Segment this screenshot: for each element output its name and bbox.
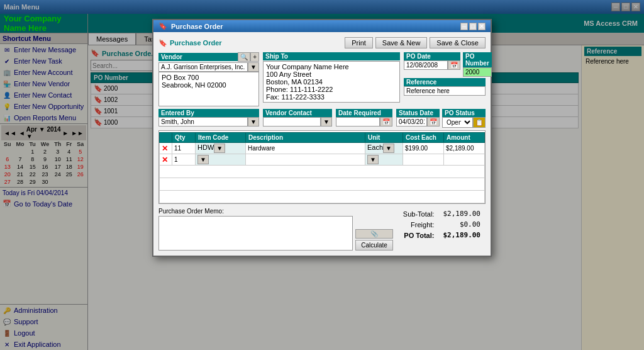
po-total-value: $2,189.00 <box>439 230 484 240</box>
modal-minimize-button[interactable]: ─ <box>460 23 468 30</box>
po-number-input[interactable] <box>463 67 492 77</box>
status-date-calendar-button[interactable]: 📅 <box>427 117 440 127</box>
col-cost-each: Cost Each <box>403 133 444 143</box>
item-amount-cell-2 <box>444 154 485 166</box>
freight-label: Freight: <box>399 220 438 229</box>
entered-by-input[interactable] <box>158 117 248 127</box>
bottom-section: Purchase Order Memo: 📎 Calculate Sub-Tot… <box>158 208 486 251</box>
purchase-order-modal: 🔖 Purchase Order ─ □ ✕ 🔖 Purchase Order … <box>152 19 492 257</box>
item-qty-input-2[interactable] <box>174 156 193 163</box>
print-button[interactable]: Print <box>345 37 373 48</box>
item-row-empty <box>160 166 485 178</box>
vendor-label: Vendor <box>158 53 238 61</box>
vendor-dropdown-button[interactable]: ▼ <box>248 62 259 72</box>
item-delete-button-1[interactable]: ✕ <box>162 144 168 153</box>
modal-title-label: Purchase Order <box>170 39 222 47</box>
modal-close-button[interactable]: ✕ <box>478 23 486 30</box>
freight-row: Freight: $0.00 <box>399 220 484 229</box>
po-date-row: 📅 <box>404 60 460 70</box>
vendor-section: Vendor 🔍 + ▼ PO Box 700 Seabrook, NH 020… <box>158 52 259 106</box>
memo-buttons: 📎 Calculate <box>355 229 393 251</box>
date-required-label: Date Required <box>336 109 392 117</box>
item-amount-cell-1: $2,189.00 <box>444 143 485 154</box>
shipto-fax: Fax: 111-222-3333 <box>266 93 397 101</box>
memo-label: Purchase Order Memo: <box>158 208 393 215</box>
po-date-input[interactable] <box>404 60 448 70</box>
vendor-contact-row: ▼ <box>263 117 332 127</box>
po-status-row: Open Closed 📋 <box>442 117 486 128</box>
reference-input[interactable] <box>404 86 486 96</box>
item-code-row-1: HDW ▼ <box>197 144 243 153</box>
vendor-contact-section: Vendor Contact ▼ <box>263 109 332 128</box>
modal-buttons: Print Save & New Save & Close <box>345 37 486 48</box>
col-item-code: Item Code <box>196 133 246 143</box>
status-section: Status Date 📅 PO Status Open Closed <box>396 109 486 128</box>
item-qty-input-1[interactable] <box>174 145 193 152</box>
status-date-input[interactable] <box>396 117 427 127</box>
vendor-contact-input[interactable] <box>263 117 321 127</box>
memo-section: Purchase Order Memo: 📎 Calculate <box>158 208 393 251</box>
item-delete-button-2[interactable]: ✕ <box>162 155 168 164</box>
items-table-wrapper: Qty Item Code Description Unit Cost Each… <box>158 130 486 204</box>
col-amount: Amount <box>444 133 485 143</box>
shipto-city: Boston, MA 02134 <box>266 78 397 86</box>
po-date-section: PO Date 📅 <box>404 52 460 77</box>
date-required-calendar-button[interactable]: 📅 <box>380 117 392 127</box>
calculate-button[interactable]: Calculate <box>355 240 393 251</box>
totals-section: Sub-Total: $2,189.00 Freight: $0.00 PO T… <box>398 208 486 241</box>
modal-title-bar: 🔖 Purchase Order ─ □ ✕ <box>153 20 491 32</box>
vendor-name-row: ▼ <box>158 62 259 72</box>
vendor-contact-dropdown-button[interactable]: ▼ <box>321 117 332 127</box>
vendor-search-button[interactable]: 🔍 <box>238 52 250 62</box>
save-close-button[interactable]: Save & Close <box>430 37 486 48</box>
item-row: ✕ HDW ▼ Hardware Each <box>160 143 485 154</box>
date-required-section: Date Required 📅 <box>336 109 392 128</box>
date-required-input[interactable] <box>336 117 380 127</box>
status-date-section: Status Date 📅 <box>396 109 440 128</box>
subtotal-label: Sub-Total: <box>399 209 438 218</box>
memo-row: 📎 Calculate <box>158 216 393 251</box>
vendor-contact-label: Vendor Contact <box>263 109 332 117</box>
item-cost-cell-2 <box>403 154 444 166</box>
item-code-value-1: HDW <box>197 144 214 153</box>
po-number-label: PO Number <box>463 52 492 67</box>
item-code-cell: HDW ▼ <box>196 143 246 154</box>
freight-value: $0.00 <box>439 220 484 229</box>
save-new-button[interactable]: Save & New <box>375 37 428 48</box>
item-row-empty <box>160 178 485 191</box>
modal-maximize-button[interactable]: □ <box>469 23 477 30</box>
item-qty-cell <box>172 143 196 154</box>
status-date-label: Status Date <box>396 109 440 117</box>
item-unit-dropdown-2[interactable]: ▼ <box>367 155 379 164</box>
memo-textarea[interactable] <box>158 216 353 251</box>
memo-attach-button[interactable]: 📎 <box>355 229 393 239</box>
shipto-name: Your Company Name Here <box>266 63 397 71</box>
shipto-label: Ship To <box>263 52 400 60</box>
item-code-dropdown-2[interactable]: ▼ <box>197 155 209 164</box>
entered-by-label: Entered By <box>158 109 259 117</box>
modal-overlay: 🔖 Purchase Order ─ □ ✕ 🔖 Purchase Order … <box>0 0 644 350</box>
shipto-section: Ship To Your Company Name Here 100 Any S… <box>263 52 400 106</box>
po-status-extra-button[interactable]: 📋 <box>473 117 486 128</box>
vendor-add-button[interactable]: + <box>250 52 259 62</box>
items-table: Qty Item Code Description Unit Cost Each… <box>159 132 485 203</box>
item-row: ✕ ▼ <box>160 154 485 166</box>
po-date-calendar-button[interactable]: 📅 <box>448 60 460 70</box>
item-code-dropdown-1[interactable]: ▼ <box>214 144 225 153</box>
total-row: PO Total: $2,189.00 <box>399 230 484 240</box>
modal-title-text: 🔖 Purchase Order <box>158 39 222 47</box>
vendor-address2: Seabrook, NH 02000 <box>162 81 256 89</box>
entered-by-section: Entered By ▼ <box>158 109 259 128</box>
entered-by-dropdown-button[interactable]: ▼ <box>248 117 259 127</box>
date-required-row: 📅 <box>336 117 392 127</box>
po-icon: 🔖 <box>158 39 167 47</box>
vendor-name-input[interactable] <box>158 62 248 72</box>
item-unit-value-1: Each <box>367 144 383 153</box>
item-unit-dropdown-1[interactable]: ▼ <box>383 144 394 153</box>
shipto-address: Your Company Name Here 100 Any Street Bo… <box>263 61 400 103</box>
modal-body: 🔖 Purchase Order Print Save & New Save &… <box>153 32 491 256</box>
po-date-label: PO Date <box>404 52 460 60</box>
form-row-1: Vendor 🔍 + ▼ PO Box 700 Seabrook, NH 020… <box>158 52 486 106</box>
po-status-select[interactable]: Open Closed <box>442 117 473 128</box>
item-unit-cell-2: ▼ <box>365 154 403 166</box>
